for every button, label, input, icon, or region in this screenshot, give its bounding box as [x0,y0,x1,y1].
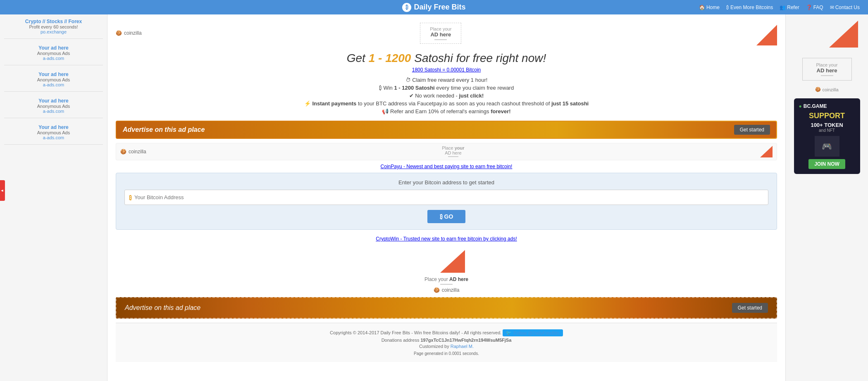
sidebar-ad-link-5[interactable]: Your ad here [4,124,103,130]
coinzilla-label-mid: coinzilla [129,149,146,155]
refer-icon: 👥 [780,5,786,10]
top-ad-area: 🍪 coinzilla Place your AD here [116,21,777,45]
get-started-button[interactable]: Get started [734,125,770,135]
coinzilla-badge-top: 🍪 coinzilla [116,30,142,36]
advertise-text-bottom: Advertise on this ad place [125,304,200,312]
bc-game-subtitle: 100+ TOKEN [799,122,855,128]
sidebar-ad-subtitle-4: Anonymous Ads [4,104,103,109]
sidebar-ad-5: Your ad here Anonymous Ads a-ads.com [4,124,103,145]
feature-3: ✔ No work needed - just click! [116,93,777,99]
right-sidebar: Place your AD here 🍪 coinzilla ● BC.GAME… [785,14,868,381]
mid-coinzilla-area: 🍪 coinzilla Place yourAD here [116,143,777,160]
btc-symbol: ₿ [129,194,132,201]
sidebar-ad-site-3: a-ads.com [4,82,103,87]
sidebar-ad-subtitle-2: Anonymous Ads [4,51,103,56]
sidebar-ad-link-2[interactable]: Your ad here [4,45,103,51]
feature-5: 📢 Refer and Earn 10% of referral's earni… [116,108,777,114]
footer: Copyrights © 2014-2017 Daily Free Bits -… [116,323,777,362]
logo-icon: ₿ [402,3,411,12]
customized-line: Customized by Raphael M. [122,344,771,349]
coinzilla-badge-mid: 🍪 coinzilla [120,149,146,155]
bc-join-button[interactable]: JOIN NOW [808,159,845,169]
faq-icon: ❓ [806,5,812,10]
coinpayu-anchor[interactable]: CoinPayu - Newest and best paying site t… [381,164,513,169]
main-content: 🍪 coinzilla Place your AD here Get 1 - 1… [107,14,785,381]
bitcoin-address-input[interactable] [134,190,764,205]
copyright: Copyrights © 2014-2017 Daily Free Bits -… [122,329,771,336]
nav-faq[interactable]: ❓ FAQ [806,5,823,10]
coinzilla-placeholder-top [740,21,777,45]
nav-refer[interactable]: 👥 Refer [780,5,799,10]
bottom-coinzilla-area: Place your AD here 🍪 coinzilla [116,246,777,293]
place-ad-text-bottom: Place your AD here [424,276,468,285]
cryptowin-anchor[interactable]: CryptoWin - Trusted new site to earn fre… [376,236,517,242]
right-triangle-top [829,21,858,48]
nav-contact[interactable]: ✉ Contact Us [830,5,860,10]
mid-advertise-block: Advertise on this ad place Get started [116,121,777,139]
sidebar-ad-site-5: a-ads.com [4,135,103,140]
header: ₿ Daily Free Bits 🏠 Home ₿ Even More Bit… [0,0,868,14]
nav-home[interactable]: 🏠 Home [699,5,720,10]
sidebar-ad-2: Your ad here Anonymous Ads a-ads.com [4,45,103,65]
twitter-icon: 🐦 [506,330,512,336]
bc-green-dot: ● [799,103,802,109]
coinzilla-icon-right: 🍪 [815,87,821,92]
sidebar-ad-subtitle-1: Profit every 60 seconds! [4,24,103,29]
sidebar-ad-link-1[interactable]: Crypto // Stocks // Forex [4,19,103,24]
bc-game-ad: ● BC.GAME SUPPORT 100+ TOKEN and NFT 🎮 J… [794,98,860,174]
right-place-ad[interactable]: Place your AD here [802,58,852,81]
coinzilla-small-right: 🍪 coinzilla [815,87,838,92]
coinzilla-triangle-mid [760,146,773,157]
main-nav: 🏠 Home ₿ Even More Bitcoins 👥 Refer ❓ FA… [699,5,860,10]
sidebar-ad-link-4[interactable]: Your ad here [4,98,103,104]
advertise-banner: Advertise on this ad place Get started [117,121,776,138]
sidebar-ad-subtitle-5: Anonymous Ads [4,130,103,135]
site-title: Daily Free Bits [414,3,465,12]
coinzilla-icon-bottom: 🍪 [434,287,440,293]
home-icon: 🏠 [699,5,705,10]
advertise-text: Advertise on this ad place [123,126,205,133]
bottom-ad-wrap: Advertise on this ad place Get started [116,297,777,319]
sidebar-ad-site-4: a-ads.com [4,109,103,114]
bc-game-header: ● BC.GAME [799,103,855,109]
sidebar-ad-1: Crypto // Stocks // Forex Profit every 6… [4,19,103,39]
twitter-button[interactable]: 🐦 Follow @DailyFreeBits [503,329,563,336]
triangle-wrap [426,246,467,275]
coinzilla-label-bottom: coinzilla [442,287,460,293]
advertise-banner-bottom: Advertise on this ad place Get started [116,297,777,319]
sidebar-ad-4: Your ad here Anonymous Ads a-ads.com [4,98,103,118]
coinzilla-badge-bottom: 🍪 coinzilla [434,287,460,293]
coinzilla-triangle-top [756,25,777,45]
input-label: Enter your Bitcoin address to get starte… [124,179,768,186]
site-logo[interactable]: ₿ Daily Free Bits [402,3,465,12]
cryptowin-link: CryptoWin - Trusted new site to earn fre… [116,236,777,242]
sidebar-ad-3: Your ad here Anonymous Ads a-ads.com [4,71,103,92]
left-sidebar: Crypto // Stocks // Forex Profit every 6… [0,14,107,381]
place-ad-top[interactable]: Place your AD here [420,23,461,44]
sidebar-ad-site-1: po.exchange [4,29,103,34]
author-link[interactable]: Raphael M. [451,344,474,349]
slide-edge[interactable]: ◄ [0,180,5,201]
bc-game-title: SUPPORT [799,112,855,120]
sidebar-ad-subtitle-3: Anonymous Ads [4,77,103,82]
go-button[interactable]: ₿ GO [427,210,466,223]
place-ad-coinzilla-bottom[interactable]: Place your AD here [424,246,468,285]
place-ad-mid[interactable]: Place yourAD here [442,145,464,158]
donations-line: Donations address 197gxTcC1Jn17HwFtqh2rn… [122,338,771,343]
hero-pre: Get [347,52,365,64]
contact-icon: ✉ [830,5,834,10]
get-started-button-bottom[interactable]: Get started [732,303,768,313]
hero-section: Get 1 - 1200 Satoshi for free right now!… [116,52,777,114]
bc-game-art: 🎮 [815,136,839,157]
sidebar-ad-site-2: a-ads.com [4,56,103,61]
features-list: ⏱ Claim free reward every 1 hour! ₿ Win … [116,77,777,114]
sidebar-ad-link-3[interactable]: Your ad here [4,71,103,77]
coinzilla-triangle-bottom [440,250,465,273]
bc-game-and: and NFT [799,128,855,133]
right-top-area [794,19,860,52]
btc-value: 1800 Satoshi = 0.00001 Bitcoin [116,67,777,73]
input-section: Enter your Bitcoin address to get starte… [116,173,777,230]
coinzilla-icon: 🍪 [116,30,122,36]
nav-more-bitcoins[interactable]: ₿ Even More Bitcoins [726,5,773,10]
coinpayu-link: CoinPayu - Newest and best paying site t… [116,164,777,169]
